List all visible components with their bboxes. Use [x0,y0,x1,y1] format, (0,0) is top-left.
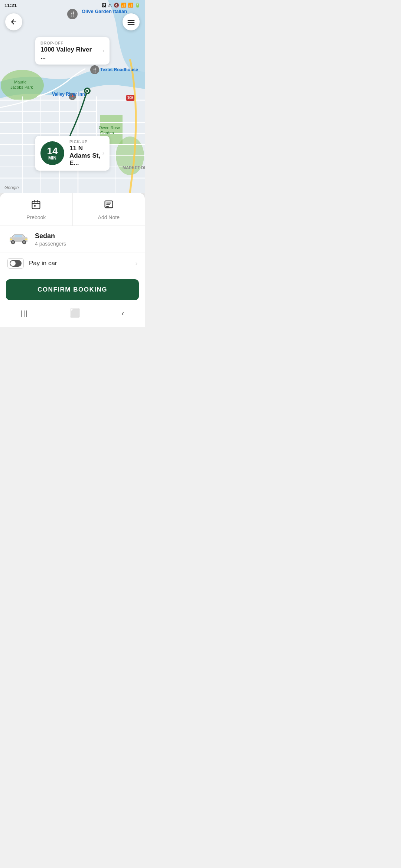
svg-text:🍴: 🍴 [92,67,98,73]
pickup-address: 11 N Adams St, E... [69,145,102,167]
vehicle-name: Sedan [35,232,66,240]
prebook-button[interactable]: Prebook [0,193,73,226]
signal-icon: 📶 [128,3,133,8]
alert-icon: ⚠ [108,3,112,8]
payment-label: Pay in car [29,260,57,267]
svg-text:Garden: Garden [100,131,114,135]
bottom-panel: Prebook Add Note [0,193,145,327]
svg-rect-60 [14,235,22,237]
vehicle-passengers: 4 passengers [35,241,66,247]
svg-text:MARKET DIS: MARKET DIS [123,165,145,170]
battery-icon: 🔋 [135,3,140,8]
svg-text:Texas Roadhouse: Texas Roadhouse [100,67,138,72]
add-note-button[interactable]: Add Note [73,193,145,226]
svg-point-57 [12,241,14,243]
svg-text:Google: Google [4,185,19,190]
svg-text:Owen Rose: Owen Rose [99,125,120,130]
map-view: 105 🍴 Olive Garden Italian 🍴 Texas Roadh… [0,0,145,193]
confirm-booking-button[interactable]: CONFIRM BOOKING [6,279,139,300]
nav-home-icon[interactable]: ⬜ [70,308,80,318]
svg-text:105: 105 [127,96,134,100]
vehicle-icon [7,232,30,247]
payment-toggle [10,260,22,267]
eta-unit: MIN [48,156,56,160]
wifi-icon: 📶 [121,3,126,8]
svg-rect-46 [32,201,40,209]
prebook-label: Prebook [26,214,46,220]
dropoff-chevron-icon: › [102,47,104,54]
add-note-icon [104,200,114,212]
payment-row[interactable]: Pay in car › [0,253,145,274]
mute-icon: 🔇 [114,3,119,8]
nav-back-icon[interactable]: ‹ [121,309,124,318]
dropoff-card[interactable]: DROP-OFF 1000 Valley River ... › [35,37,110,65]
svg-rect-50 [34,205,36,207]
action-row: Prebook Add Note [0,193,145,226]
svg-text:Jacobs Park: Jacobs Park [10,85,33,89]
dropoff-address: 1000 Valley River ... [40,46,99,61]
svg-rect-51 [105,201,113,208]
svg-text:Valley River Inn: Valley River Inn [52,92,85,97]
nav-menu-icon[interactable]: ||| [21,309,28,317]
pickup-chevron-icon: › [102,150,104,157]
svg-point-59 [23,241,25,243]
payment-chevron-icon: › [136,260,137,267]
dropoff-label: DROP-OFF [40,41,99,45]
svg-rect-62 [25,239,27,240]
svg-text:Maurie: Maurie [14,80,27,84]
add-note-label: Add Note [98,214,120,220]
nav-bar: ||| ⬜ ‹ [0,304,145,321]
eta-number: 14 [47,146,58,156]
status-bar: 11:21 🖼 ⚠ 🔇 📶 📶 🔋 [0,0,145,10]
status-time: 11:21 [4,3,17,8]
svg-text:🍴: 🍴 [69,11,76,17]
photo-icon: 🖼 [101,3,106,8]
eta-circle: 14 MIN [40,141,64,165]
svg-point-22 [86,90,88,92]
payment-icon [7,258,24,269]
prebook-icon [31,200,41,212]
menu-button[interactable] [123,13,140,30]
status-icons: 🖼 ⚠ 🔇 📶 📶 🔋 [101,3,140,8]
pickup-card[interactable]: 14 MIN PICK-UP 11 N Adams St, E... › [35,136,110,171]
vehicle-row: Sedan 4 passengers [0,226,145,253]
svg-rect-61 [10,239,12,240]
pickup-label: PICK-UP [69,139,102,144]
back-button[interactable] [5,13,22,30]
